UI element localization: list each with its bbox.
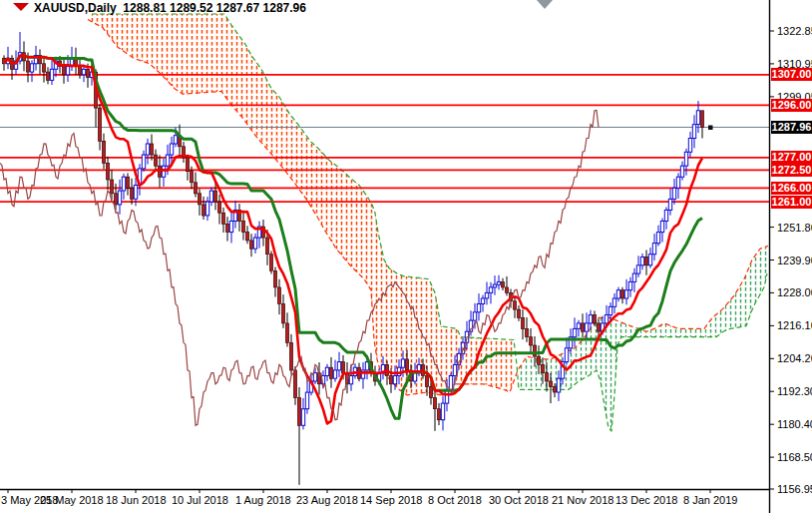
ohlc-low: 1287.67 (216, 1, 259, 15)
level-price-badge: 1266.00 (771, 182, 812, 195)
price-tick-label: 1204.20 (777, 352, 812, 364)
price-tick-label: 1168.50 (777, 451, 812, 463)
price-tick-label: 1239.90 (777, 255, 812, 266)
date-tick-label: 1 Aug 2018 (235, 494, 291, 506)
ohlc-close: 1287.96 (263, 1, 306, 15)
price-tick-label: 1180.40 (777, 418, 812, 430)
price-chart-canvas[interactable] (0, 0, 812, 513)
date-tick-label: 23 Aug 2018 (296, 494, 358, 506)
level-price-badge: 1277.00 (771, 151, 812, 164)
chart-window: XAUUSD,Daily 1288.81 1289.52 1287.67 128… (0, 0, 812, 513)
date-tick-label: 14 Sep 2018 (360, 494, 422, 506)
price-tick-label: 1322.85 (777, 25, 812, 37)
ohlc-high: 1289.52 (170, 1, 212, 15)
current-price-badge: 1287.96 (771, 121, 812, 134)
level-price-badge: 1261.00 (771, 196, 812, 209)
last-price-marker (708, 126, 713, 131)
level-price-badge: 1296.00 (771, 99, 812, 112)
symbol-dropdown-icon (13, 3, 29, 11)
level-price-badge: 1307.00 (771, 68, 812, 81)
price-tick-label: 1216.10 (777, 319, 812, 331)
chart-shift-marker-icon[interactable] (537, 0, 553, 9)
date-tick-label: 21 Nov 2018 (552, 494, 613, 506)
ichimoku-bear-cloud (88, 14, 514, 395)
ohlc-open: 1288.81 (123, 1, 166, 15)
level-price-badge: 1272.50 (771, 164, 812, 177)
date-tick-label: 8 Jan 2019 (683, 494, 737, 506)
price-tick-label: 1192.30 (777, 385, 812, 397)
date-tick-label: 13 Dec 2018 (615, 494, 677, 506)
date-tick-label: 25 May 2018 (40, 494, 104, 506)
price-tick-label: 1228.00 (777, 286, 812, 298)
chart-symbol-period: XAUUSD,Daily (34, 1, 117, 15)
price-tick-label: 1156.95 (777, 483, 812, 495)
date-tick-label: 18 Jun 2018 (106, 494, 167, 506)
date-tick-label: 30 Oct 2018 (489, 494, 549, 506)
date-tick-label: 10 Jul 2018 (172, 494, 228, 506)
chart-title: XAUUSD,Daily 1288.81 1289.52 1287.67 128… (34, 1, 306, 15)
price-tick-label: 1251.80 (777, 222, 812, 234)
date-tick-label: 8 Oct 2018 (428, 494, 482, 506)
